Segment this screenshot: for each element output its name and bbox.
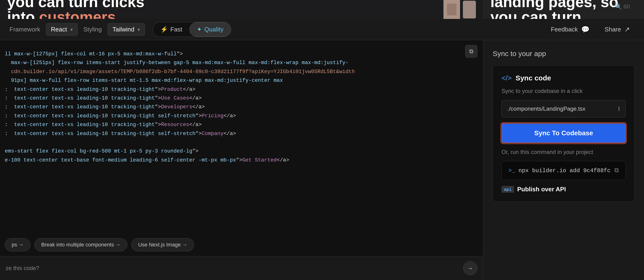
sync-code-icon: </> — [502, 74, 512, 82]
sync-to-codebase-button[interactable]: Sync To Codebase — [502, 123, 626, 143]
code-line-5: : text-center text-xs leading-10 trackin… — [0, 85, 483, 94]
chip-0-label: ps → — [12, 242, 24, 248]
code-line-8: : text-center text-xs leading-10 trackin… — [0, 112, 483, 120]
code-display: ll max-w-[1275px] flex-col mt-16 px-5 ma… — [0, 40, 483, 174]
framework-chevron-icon: ▾ — [70, 27, 73, 32]
sync-code-subtitle: Sync to your codebase in a click — [502, 88, 626, 94]
command-text: >_ npx builder.io add 9c4f88fc — [508, 167, 610, 174]
top-left-image: you can turn clicks into customers — [0, 0, 483, 19]
command-value: npx builder.io add 9c4f88fc — [518, 167, 610, 174]
top-right-headline-line1: landing pages, so — [490, 0, 618, 9]
command-block: >_ npx builder.io add 9c4f88fc ⧉ — [502, 161, 626, 180]
file-path-input[interactable]: ./components/LandingPage.tsx I — [502, 100, 626, 118]
publish-api-label: Publish over API — [517, 186, 566, 193]
code-bottom-area: ps → Break into multiple components → Us… — [0, 233, 483, 280]
fast-label: Fast — [170, 26, 182, 33]
code-line-10: : text-center text-xs leading-10 trackin… — [0, 129, 483, 138]
feedback-label: Feedback — [551, 26, 578, 33]
code-line-4: 91px] max-w-full flex-row items-start mt… — [0, 76, 483, 85]
api-badge: api — [502, 186, 514, 193]
top-left-headline-line2: into customers — [7, 9, 144, 19]
code-line-1: ll max-w-[1275px] flex-col mt-16 px-5 ma… — [0, 50, 483, 58]
cursor-icon: I — [618, 105, 620, 113]
quality-icon: ✦ — [197, 26, 202, 33]
chip-0[interactable]: ps → — [5, 238, 30, 251]
code-line-6: : text-center text-xs leading-10 trackin… — [0, 94, 483, 103]
top-left-headline-line1: you can turn clicks — [7, 0, 144, 9]
top-image-area: you can turn clicks into customers landi… — [0, 0, 644, 19]
code-line-7: : text-center text-xs leading-10 trackin… — [0, 103, 483, 111]
chip-2[interactable]: Use Next.js Image → — [131, 238, 194, 251]
publish-api-section: api Publish over API — [502, 186, 626, 193]
zoom-indicator: 🔍 60 — [615, 3, 630, 10]
file-path-value: ./components/LandingPage.tsx — [508, 105, 586, 112]
copy-code-button[interactable]: ⧉ — [465, 45, 477, 58]
code-line-3: cdn.builder.io/api/v1/image/assets/TEMP/… — [0, 67, 483, 76]
styling-value: Tailwind — [112, 26, 134, 33]
fast-icon: ⚡ — [160, 26, 168, 33]
code-line-2: max-w-[1251px] flex-row items-start just… — [0, 58, 483, 67]
share-label: Share — [605, 26, 621, 33]
share-button[interactable]: Share ↗ — [600, 23, 634, 36]
styling-chevron-icon: ▾ — [138, 27, 140, 32]
fast-toggle-button[interactable]: ⚡ Fast — [153, 22, 190, 36]
mode-toggle-group: ⚡ Fast ✦ Quality — [153, 22, 231, 37]
framework-label: Framework — [10, 26, 40, 33]
code-line-12: e-100 text-center text-base font-medium … — [0, 156, 483, 165]
feedback-button[interactable]: Feedback 💬 — [546, 23, 594, 36]
sync-code-card: </> Sync code Sync to your codebase in a… — [493, 65, 634, 202]
chip-2-label: Use Next.js Image → — [138, 242, 187, 248]
toolbar: Framework React ▾ Styling Tailwind ▾ ⚡ F… — [0, 19, 644, 40]
right-panel: Sync to your app </> Sync code Sync to y… — [483, 40, 644, 280]
framework-select[interactable]: React ▾ — [46, 23, 78, 36]
copy-command-icon[interactable]: ⧉ — [614, 167, 619, 174]
quality-label: Quality — [204, 26, 224, 33]
code-line-blank — [0, 138, 483, 147]
prompt-icon: >_ — [508, 167, 515, 174]
sync-code-header: </> Sync code — [502, 74, 626, 82]
or-text: Or, run this command in your project — [502, 149, 626, 155]
right-panel-title: Sync to your app — [493, 50, 634, 58]
code-line-11: ems-start flex flex-col bg-red-500 mt-1 … — [0, 147, 483, 156]
chip-1-label: Break into multiple components → — [41, 242, 120, 248]
styling-label: Styling — [83, 26, 102, 33]
styling-select[interactable]: Tailwind ▾ — [108, 23, 145, 36]
framework-value: React — [51, 26, 67, 33]
suggestion-chips: ps → Break into multiple components → Us… — [0, 233, 483, 256]
top-right-headline-line2: you can turn — [490, 9, 618, 19]
code-panel: ⧉ ll max-w-[1275px] flex-col mt-16 px-5 … — [0, 40, 483, 280]
chat-input-placeholder[interactable]: ze this code? — [6, 265, 459, 272]
share-icon: ↗ — [624, 25, 630, 33]
main-content: ⧉ ll max-w-[1275px] flex-col mt-16 px-5 … — [0, 40, 644, 280]
feedback-icon: 💬 — [581, 25, 590, 33]
code-line-9: : text-center text-xs leading-10 trackin… — [0, 120, 483, 129]
sync-code-title: Sync code — [516, 74, 551, 82]
chat-send-button[interactable]: → — [463, 261, 477, 275]
chat-input-bar: ze this code? → — [0, 256, 483, 280]
top-right-image: landing pages, so you can turn 🔍 60 — [483, 0, 644, 19]
chip-1[interactable]: Break into multiple components → — [34, 238, 128, 251]
quality-toggle-button[interactable]: ✦ Quality — [190, 22, 231, 37]
